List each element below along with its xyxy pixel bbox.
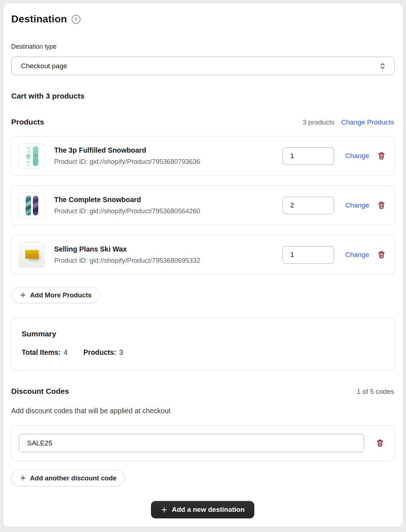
add-more-products-label: Add More Products [30,291,92,299]
add-new-destination-label: Add a new destination [172,506,245,514]
product-row-actions: Change [345,152,386,160]
destination-type-label: Destination type [11,43,394,51]
product-row: Selling Plans Ski Wax Product ID: gid://… [11,235,395,275]
destination-type-select[interactable]: Checkout page [11,57,395,75]
delete-product-button[interactable] [377,152,386,160]
footer: Add a new destination [11,501,394,518]
destination-type-selected-value: Checkout page [21,62,67,70]
add-more-products-button[interactable]: Add More Products [11,287,100,303]
product-info: The 3p Fulfilled Snowboard Product ID: g… [54,146,282,166]
product-thumbnail-snowboard-complete [19,192,45,218]
plus-icon [20,292,26,298]
total-items-label: Total Items: [22,348,61,357]
products-header: Products 3 products Change Products [11,118,394,126]
change-products-link[interactable]: Change Products [341,118,394,126]
plus-icon [161,506,168,513]
products-value: 3 [119,348,123,357]
product-thumbnail-snowboard-3p [19,143,45,169]
delete-product-button[interactable] [377,201,386,210]
summary-line: Total Items: 4 Products: 3 [22,348,384,357]
discount-code-row [11,425,395,461]
product-row: The Complete Snowboard Product ID: gid:/… [11,186,395,225]
products-count: 3 products [302,118,334,126]
discount-code-input[interactable] [19,434,364,452]
product-info: The Complete Snowboard Product ID: gid:/… [54,196,282,215]
product-info: Selling Plans Ski Wax Product ID: gid://… [54,245,282,265]
trash-icon [377,201,386,210]
quantity-input[interactable] [282,197,334,214]
product-thumbnail-ski-wax [19,242,45,268]
product-name: The 3p Fulfilled Snowboard [54,146,282,154]
product-id: Product ID: gid://shopify/Product/795368… [54,158,282,166]
snowboard-camo-purple-graphic [33,196,38,215]
delete-discount-code-button[interactable] [376,439,384,448]
summary-heading: Summary [22,330,384,338]
summary-card: Summary Total Items: 4 Products: 3 [11,318,395,371]
page-title: Destination [11,13,67,25]
discount-codes-heading: Discount Codes [11,387,69,396]
trash-icon [377,250,386,259]
product-row: The 3p Fulfilled Snowboard Product ID: g… [11,136,395,176]
change-quantity-link[interactable]: Change [345,251,369,259]
delete-product-button[interactable] [377,250,386,259]
products-heading: Products [11,118,44,126]
snowboard-camo-green-graphic [26,196,31,215]
total-items-value: 4 [64,348,68,357]
discount-codes-count: 1 of 5 codes [357,388,394,396]
product-id: Product ID: gid://shopify/Product/795368… [54,207,282,215]
header: Destination ? [11,13,394,25]
change-quantity-link[interactable]: Change [345,152,369,160]
quantity-input[interactable] [282,246,334,264]
discount-codes-description: Add discount codes that will be applied … [11,407,394,415]
product-id: Product ID: gid://shopify/Product/795368… [54,257,282,265]
product-name: Selling Plans Ski Wax [54,245,282,253]
discount-codes-header: Discount Codes 1 of 5 codes [11,387,394,396]
wax-block-graphic [25,250,39,259]
add-discount-code-button[interactable]: Add another discount code [11,470,125,486]
quantity-input[interactable] [282,147,334,165]
snowboard-teal-graphic [33,146,38,166]
snowboard-dotted-graphic [26,146,31,166]
add-discount-code-label: Add another discount code [30,474,116,482]
product-row-actions: Change [345,250,386,259]
destination-card: Destination ? Destination type Checkout … [3,3,403,527]
change-quantity-link[interactable]: Change [345,201,369,209]
product-name: The Complete Snowboard [54,196,282,204]
product-row-actions: Change [345,201,386,210]
chevron-updown-icon [379,62,386,70]
cart-heading: Cart with 3 products [11,92,394,100]
help-icon[interactable]: ? [72,15,81,24]
add-new-destination-button[interactable]: Add a new destination [151,501,255,518]
trash-icon [377,152,386,160]
products-label: Products: [83,348,116,357]
trash-icon [376,439,384,448]
plus-icon [20,475,26,481]
